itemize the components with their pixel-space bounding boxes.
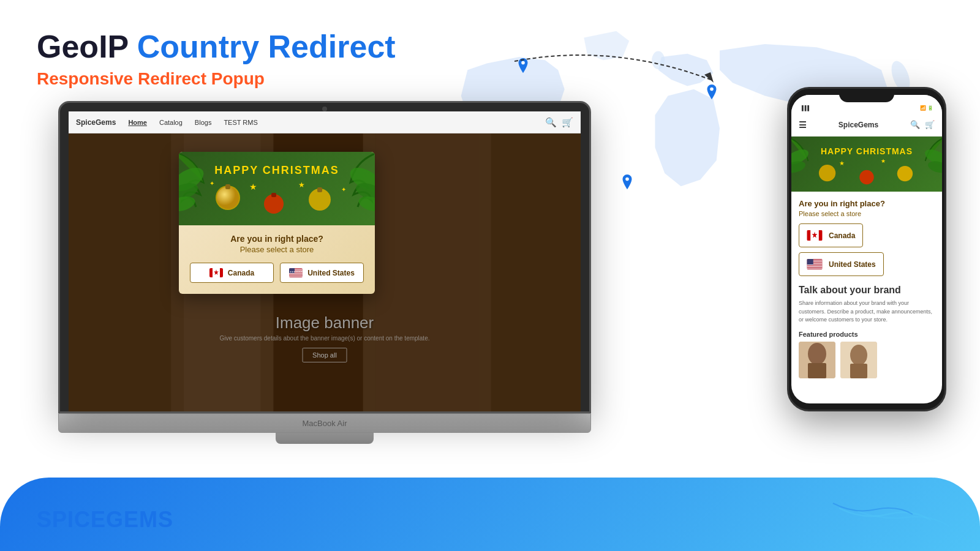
phone-content: ★ ★ HAPPY CHRISTMAS Are you in right pla… bbox=[791, 137, 942, 403]
popup-modal: ★ ★ ✦ ✦ HAPPY CHRISTMAS bbox=[179, 152, 375, 294]
svg-point-64 bbox=[850, 345, 867, 365]
brand-bottom: SPICEGEMS bbox=[37, 507, 173, 533]
laptop-stand bbox=[276, 433, 374, 444]
phone-canada-button[interactable]: Canada bbox=[799, 223, 863, 247]
popup-select-text: Please select a store bbox=[190, 245, 364, 254]
title-blue-part: Country Redirect bbox=[137, 29, 396, 64]
phone-notch bbox=[839, 89, 894, 102]
deco-curves bbox=[778, 471, 962, 533]
svg-rect-58 bbox=[807, 268, 823, 268]
title-black-part: GeoIP bbox=[37, 29, 137, 64]
laptop-label: MacBook Air bbox=[303, 419, 347, 428]
hamburger-icon[interactable]: ☰ bbox=[799, 120, 807, 130]
svg-rect-65 bbox=[850, 364, 867, 378]
header-section: GeoIP Country Redirect Responsive Redire… bbox=[37, 29, 396, 89]
phone-brand-title: Talk about your brand bbox=[799, 285, 935, 296]
svg-rect-34 bbox=[289, 273, 303, 274]
svg-rect-35 bbox=[289, 274, 303, 275]
cart-icon[interactable]: 🛒 bbox=[562, 117, 573, 128]
svg-point-16 bbox=[217, 187, 239, 209]
subtitle: Responsive Redirect Popup bbox=[37, 69, 396, 89]
nav-blogs[interactable]: Blogs bbox=[195, 119, 212, 126]
svg-text:✦: ✦ bbox=[341, 186, 346, 193]
phone-container: ▐▐▐ 📶 🔋 ☰ SpiceGems 🔍 🛒 bbox=[787, 87, 946, 411]
laptop-camera bbox=[322, 107, 327, 111]
svg-point-61 bbox=[808, 343, 826, 365]
svg-text:★★★★★★★★★★★★★★★★★★★★★★★★★★★★★★: ★★★★★★★★★★★★★★★★★★★★★★★★★★★★★★★★★★★★★★★★… bbox=[290, 271, 303, 273]
battery-wifi: 📶 🔋 bbox=[920, 105, 933, 111]
popup-buttons: Canada bbox=[190, 263, 364, 283]
svg-text:✦: ✦ bbox=[209, 180, 214, 187]
svg-rect-28 bbox=[220, 268, 223, 277]
phone-us-button[interactable]: United States bbox=[799, 252, 884, 276]
svg-text:★: ★ bbox=[249, 182, 257, 192]
laptop-body: SpiceGems Home Catalog Blogs TEST RMS 🔍 … bbox=[58, 101, 591, 413]
svg-point-45 bbox=[897, 166, 913, 181]
svg-point-44 bbox=[859, 170, 873, 184]
svg-rect-62 bbox=[808, 363, 826, 378]
nav-catalog[interactable]: Catalog bbox=[159, 119, 183, 126]
phone-cart-icon[interactable]: 🛒 bbox=[925, 120, 935, 129]
phone-us-flag bbox=[807, 259, 823, 269]
phone-products-row bbox=[791, 342, 942, 378]
search-icon[interactable]: 🔍 bbox=[545, 117, 557, 128]
phone-canada-flag bbox=[807, 230, 823, 241]
popup-header: ★ ★ ✦ ✦ HAPPY CHRISTMAS bbox=[179, 152, 375, 225]
svg-rect-21 bbox=[317, 187, 322, 192]
popup-christmas-title: HAPPY CHRISTMAS bbox=[189, 164, 365, 177]
svg-rect-49 bbox=[807, 230, 811, 241]
canada-button[interactable]: Canada bbox=[190, 263, 274, 283]
phone-us-label: United States bbox=[829, 260, 876, 269]
popup-question: Are you in right place? bbox=[190, 234, 364, 244]
browser-logo: SpiceGems bbox=[76, 118, 116, 127]
phone-popup-select: Please select a store bbox=[799, 210, 935, 217]
phone-search-icon[interactable]: 🔍 bbox=[910, 120, 920, 129]
svg-rect-59 bbox=[807, 259, 813, 264]
laptop-container: SpiceGems Home Catalog Blogs TEST RMS 🔍 … bbox=[58, 101, 591, 444]
xmas-decoration: ★ ★ ✦ ✦ bbox=[179, 152, 375, 225]
canada-label: Canada bbox=[228, 269, 254, 277]
svg-rect-36 bbox=[289, 276, 303, 277]
svg-text:★: ★ bbox=[839, 160, 845, 167]
canada-flag bbox=[209, 268, 223, 277]
signal-icon: ▐▐▐ bbox=[800, 105, 809, 111]
svg-point-6 bbox=[625, 178, 629, 181]
svg-rect-50 bbox=[819, 230, 823, 241]
svg-marker-8 bbox=[704, 72, 714, 83]
nav-test[interactable]: TEST RMS bbox=[224, 119, 257, 126]
svg-rect-56 bbox=[807, 264, 823, 265]
us-flag: ★★★★★★★★★★★★★★★★★★★★★★★★★★★★★★★★★★★★★★★★… bbox=[289, 268, 303, 277]
site-content: Image banner Give customers details abou… bbox=[69, 133, 581, 411]
nav-home[interactable]: Home bbox=[128, 119, 147, 126]
phone-product-1 bbox=[799, 342, 835, 378]
svg-text:★: ★ bbox=[881, 158, 886, 164]
phone-xmas-decoration: ★ ★ bbox=[791, 137, 942, 192]
phone-screen: ▐▐▐ 📶 🔋 ☰ SpiceGems 🔍 🛒 bbox=[791, 95, 942, 403]
svg-text:★: ★ bbox=[298, 181, 305, 189]
svg-rect-17 bbox=[225, 184, 230, 189]
phone-popup-question: Are you in right place? bbox=[799, 199, 935, 208]
phone-store-name: SpiceGems bbox=[839, 121, 878, 129]
svg-point-43 bbox=[819, 165, 835, 181]
svg-rect-57 bbox=[807, 266, 823, 267]
popup-body: Are you in right place? Please select a … bbox=[179, 225, 375, 283]
laptop-base: MacBook Air bbox=[58, 413, 591, 433]
browser-nav: SpiceGems Home Catalog Blogs TEST RMS 🔍 … bbox=[69, 111, 581, 133]
phone-christmas-title: HAPPY CHRISTMAS bbox=[799, 146, 935, 156]
map-pin-3 bbox=[619, 174, 636, 192]
phone-brand-desc: Share information about your brand with … bbox=[799, 299, 935, 324]
phone-nav-bar: ☰ SpiceGems 🔍 🛒 bbox=[791, 113, 942, 137]
svg-rect-27 bbox=[209, 268, 213, 277]
phone-featured-title: Featured products bbox=[799, 331, 935, 338]
phone-canada-label: Canada bbox=[829, 231, 855, 240]
main-title: GeoIP Country Redirect bbox=[37, 29, 396, 64]
laptop-screen: SpiceGems Home Catalog Blogs TEST RMS 🔍 … bbox=[69, 111, 581, 411]
phone-body: ▐▐▐ 📶 🔋 ☰ SpiceGems 🔍 🛒 bbox=[787, 87, 946, 411]
us-button[interactable]: ★★★★★★★★★★★★★★★★★★★★★★★★★★★★★★★★★★★★★★★★… bbox=[280, 263, 364, 283]
phone-product-2 bbox=[840, 342, 877, 378]
us-label: United States bbox=[307, 269, 355, 277]
svg-rect-19 bbox=[271, 193, 276, 197]
phone-xmas-header: ★ ★ HAPPY CHRISTMAS bbox=[791, 137, 942, 192]
